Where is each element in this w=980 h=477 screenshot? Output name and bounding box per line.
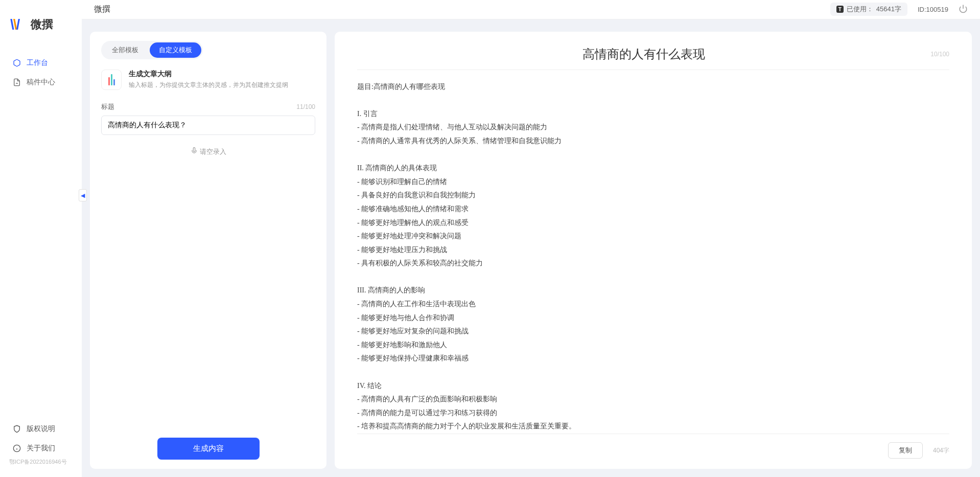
- sidebar: \\/ 微撰 工作台 稿件中心 版权说明: [0, 0, 82, 477]
- output-footer: 复制 404字: [357, 434, 949, 459]
- doc-icon: [12, 78, 21, 87]
- title-char-count: 11/100: [296, 103, 315, 110]
- sidebar-collapse-button[interactable]: ◀: [79, 189, 87, 201]
- right-panel: 高情商的人有什么表现 10/100 题目:高情商的人有哪些表现 I. 引言 - …: [335, 32, 972, 469]
- template-desc: 输入标题，为你提供文章主体的灵感，并为其创建推文提纲: [129, 81, 288, 89]
- logo[interactable]: \\/ 微撰: [0, 8, 82, 53]
- template-icon: [101, 70, 122, 90]
- main: 微撰 T 已使用： 45641字 ID:100519 全部模板 自定义模板: [82, 0, 980, 477]
- generate-button[interactable]: 生成内容: [157, 438, 260, 460]
- power-icon[interactable]: [959, 4, 968, 15]
- nav-item-about[interactable]: 关于我们: [0, 439, 82, 458]
- content: 全部模板 自定义模板 生成文章大纲 输入标题，为你提供文章主体的灵感，: [82, 19, 980, 477]
- voice-input-button[interactable]: 请空录入: [101, 147, 315, 156]
- tab-custom-templates[interactable]: 自定义模板: [150, 42, 201, 58]
- topbar: 微撰 T 已使用： 45641字 ID:100519: [82, 0, 980, 19]
- nav-label: 工作台: [27, 58, 48, 67]
- tab-all-templates[interactable]: 全部模板: [103, 42, 148, 58]
- info-icon: [12, 444, 21, 453]
- logo-text: 微撰: [31, 17, 53, 32]
- usage-badge[interactable]: T 已使用： 45641字: [830, 3, 907, 16]
- nav-item-drafts[interactable]: 稿件中心: [0, 73, 82, 92]
- nav-label: 稿件中心: [27, 78, 55, 87]
- template-card: 生成文章大纲 输入标题，为你提供文章主体的灵感，并为其创建推文提纲: [101, 70, 315, 90]
- nav-item-copyright[interactable]: 版权说明: [0, 419, 82, 439]
- nav-label: 关于我们: [27, 444, 55, 453]
- output-header: 高情商的人有什么表现 10/100: [357, 46, 949, 70]
- nav-main: 工作台 稿件中心: [0, 53, 82, 419]
- icp-text: 鄂ICP备2022016946号: [0, 458, 82, 466]
- template-title: 生成文章大纲: [129, 70, 288, 79]
- title-label: 标题: [101, 102, 114, 111]
- nav-bottom: 版权说明 关于我们 鄂ICP备2022016946号: [0, 419, 82, 469]
- word-count: 404字: [933, 446, 949, 455]
- nav-label: 版权说明: [27, 424, 55, 434]
- nav-item-workspace[interactable]: 工作台: [0, 53, 82, 73]
- title-count: 10/100: [930, 51, 949, 58]
- mic-icon: [191, 147, 198, 156]
- form-section: 标题 11/100 请空录入: [101, 102, 315, 438]
- cube-icon: [12, 58, 21, 67]
- topbar-right: T 已使用： 45641字 ID:100519: [830, 3, 968, 16]
- copy-button[interactable]: 复制: [888, 442, 923, 459]
- shield-icon: [12, 424, 21, 434]
- voice-label: 请空录入: [200, 147, 226, 156]
- chevron-left-icon: ◀: [81, 192, 85, 199]
- title-input[interactable]: [101, 116, 315, 135]
- usage-value: 45641字: [876, 5, 901, 14]
- template-info: 生成文章大纲 输入标题，为你提供文章主体的灵感，并为其创建推文提纲: [129, 70, 288, 90]
- user-id: ID:100519: [918, 6, 948, 13]
- left-panel: 全部模板 自定义模板 生成文章大纲 输入标题，为你提供文章主体的灵感，: [90, 32, 326, 469]
- text-icon: T: [836, 6, 844, 13]
- output-body[interactable]: 题目:高情商的人有哪些表现 I. 引言 - 高情商是指人们处理情绪、与他人互动以…: [357, 70, 949, 434]
- usage-label: 已使用：: [847, 5, 873, 14]
- app-title: 微撰: [94, 4, 110, 15]
- logo-icon: \\/: [10, 16, 27, 33]
- tabs: 全部模板 自定义模板: [101, 41, 203, 59]
- output-title: 高情商的人有什么表现: [357, 46, 930, 62]
